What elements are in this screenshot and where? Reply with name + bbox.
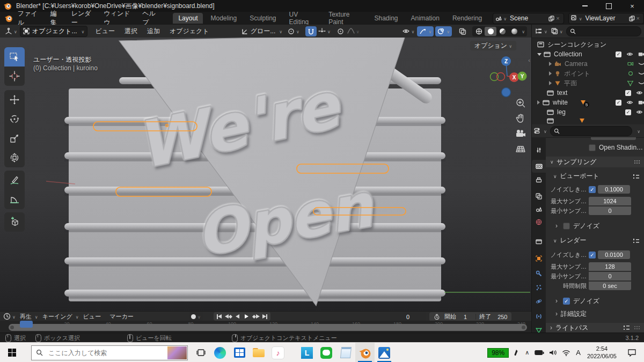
open-shading-row[interactable]: Open Shadin… <box>546 143 644 152</box>
shading-rendered-button[interactable] <box>508 27 520 36</box>
workspace-tab-rendering[interactable]: Rendering <box>447 13 487 24</box>
prev-keyframe-button[interactable] <box>224 313 233 321</box>
menu-playback[interactable]: 再生 <box>20 313 32 321</box>
eye-open-icon[interactable] <box>636 109 643 115</box>
pen-tray-icon[interactable] <box>513 349 519 357</box>
battery-tray-icon[interactable] <box>535 350 544 356</box>
outliner-row-leg[interactable]: leg ✓ <box>532 107 644 117</box>
overlays-toggle[interactable] <box>435 26 452 36</box>
workspace-tab-sculpting[interactable]: Sculpting <box>244 13 281 24</box>
gizmo-neg-y-axis[interactable] <box>491 73 499 81</box>
light-paths-presets-icon[interactable] <box>623 325 630 331</box>
proportional-editing-toggle[interactable] <box>335 26 346 36</box>
search-highlight-image[interactable] <box>167 346 187 359</box>
gizmo-neg-x-axis[interactable] <box>497 73 505 81</box>
viewport-denoise-row[interactable]: デノイズ <box>546 221 644 231</box>
viewport-noise-checkbox[interactable]: ✓ <box>589 186 596 193</box>
outliner-row-white[interactable]: white 5 ✓ <box>532 98 644 107</box>
outliner-mode-icon[interactable] <box>551 28 558 34</box>
taskbar-store[interactable] <box>230 343 249 362</box>
collection-checkbox[interactable]: ✓ <box>625 90 631 96</box>
menu-select[interactable]: 選択 <box>125 27 137 36</box>
xray-toggle[interactable] <box>456 26 469 36</box>
tool-transform[interactable] <box>4 148 25 167</box>
tab-tool[interactable] <box>532 144 546 157</box>
jump-to-end-button[interactable] <box>260 313 269 321</box>
outliner-filter-icon[interactable] <box>535 28 543 34</box>
sampling-panel-header[interactable]: サンプリング <box>546 157 644 167</box>
scrollbar-end-handle[interactable] <box>522 326 525 329</box>
outliner-row-partial[interactable] <box>532 117 644 124</box>
zoom-view-icon[interactable] <box>515 98 526 108</box>
taskbar-explorer[interactable] <box>249 343 268 362</box>
open-shading-checkbox[interactable] <box>589 144 596 151</box>
outliner-row-text[interactable]: text ✓ <box>532 88 644 98</box>
viewport-min-samples-value[interactable]: 0 <box>589 206 631 215</box>
viewport-3d[interactable]: We're Open ユーザー・透視投影 (0) Collection | ku… <box>0 38 531 311</box>
properties-editor-caret-icon[interactable] <box>542 127 547 135</box>
render-subpanel-header[interactable]: レンダー <box>553 236 586 245</box>
transform-orientation-selector[interactable]: グロー... <box>239 26 285 36</box>
taskbar-photos[interactable] <box>375 343 394 362</box>
tool-cursor[interactable] <box>4 67 25 86</box>
outliner-display-caret-icon[interactable] <box>543 27 547 35</box>
prev-frame-button[interactable] <box>233 313 242 321</box>
tab-output[interactable] <box>532 174 546 187</box>
perspective-grid-icon[interactable] <box>515 144 526 154</box>
tab-constraints[interactable] <box>532 310 546 323</box>
maximize-button[interactable] <box>597 0 620 12</box>
properties-editor-icon[interactable] <box>534 128 542 135</box>
snap-settings[interactable] <box>317 26 332 36</box>
tab-world[interactable] <box>532 216 546 228</box>
outliner-row-scene-collection[interactable]: シーンコレクション <box>532 40 644 49</box>
timeline-scrollbar[interactable] <box>9 324 527 331</box>
gizmo-toggle[interactable] <box>417 26 434 36</box>
action-center-icon[interactable] <box>627 349 636 357</box>
editor-type-button[interactable] <box>2 26 20 36</box>
eye-closed-icon[interactable] <box>638 71 644 76</box>
eye-open-icon[interactable] <box>626 100 633 105</box>
render-presets-icon[interactable] <box>633 238 639 244</box>
start-frame-value[interactable]: 1 <box>464 314 467 320</box>
menu-add[interactable]: 追加 <box>147 27 160 36</box>
camera-view-icon[interactable] <box>515 128 526 139</box>
viewport-max-samples-value[interactable]: 1024 <box>589 197 631 205</box>
proportional-falloff-selector[interactable] <box>346 26 361 36</box>
snap-toggle[interactable] <box>305 26 317 36</box>
tab-modifiers[interactable] <box>532 267 546 280</box>
playhead[interactable] <box>20 321 33 328</box>
taskbar-line[interactable] <box>317 343 336 362</box>
properties-search-field[interactable] <box>550 126 632 136</box>
eye-open-icon[interactable] <box>636 90 643 95</box>
tool-add-primitive[interactable] <box>4 212 25 232</box>
tool-annotate[interactable] <box>4 171 25 190</box>
end-frame-value[interactable]: 250 <box>497 314 507 320</box>
viewport-subpanel-header[interactable]: ビューポート <box>553 172 599 181</box>
tool-rotate[interactable] <box>4 109 25 129</box>
collection-checkbox[interactable]: ✓ <box>616 51 621 57</box>
workspace-tab-modeling[interactable]: Modeling <box>205 13 242 24</box>
show-hide-dropdown[interactable] <box>399 26 418 36</box>
outliner-row-collection[interactable]: Collection ✓ <box>532 49 644 59</box>
gizmo-neg-z-axis[interactable] <box>502 88 511 97</box>
light-paths-panel-header[interactable]: ライトパス <box>546 323 644 333</box>
new-scene-icon[interactable] <box>548 16 554 21</box>
time-limit-value[interactable]: 0 sec <box>589 282 631 290</box>
volume-icon[interactable] <box>549 349 557 356</box>
taskbar-search-box[interactable] <box>31 345 188 360</box>
menu-view-timeline[interactable]: ビュー <box>83 313 101 321</box>
timeline-strip[interactable]: 20406080100120140160180200220240 <box>0 321 531 333</box>
viewport-noise-value[interactable]: 0.1000 <box>598 185 630 194</box>
collapse-arrow-icon[interactable] <box>549 71 552 76</box>
close-button[interactable]: × <box>620 0 644 12</box>
collapse-arrow-icon[interactable] <box>537 100 540 105</box>
tool-scale[interactable] <box>4 129 25 148</box>
jump-to-start-button[interactable] <box>215 313 224 321</box>
options-button[interactable]: オプション <box>470 41 516 50</box>
tab-object-data[interactable] <box>532 324 546 333</box>
wifi-icon[interactable] <box>562 350 570 356</box>
outliner-row-plane[interactable]: 平面 <box>532 78 644 88</box>
tab-view-layer[interactable] <box>532 190 546 203</box>
taskbar-clock[interactable]: 2:54 2022/06/05 <box>587 345 617 360</box>
render-noise-checkbox[interactable]: ✓ <box>589 252 596 258</box>
